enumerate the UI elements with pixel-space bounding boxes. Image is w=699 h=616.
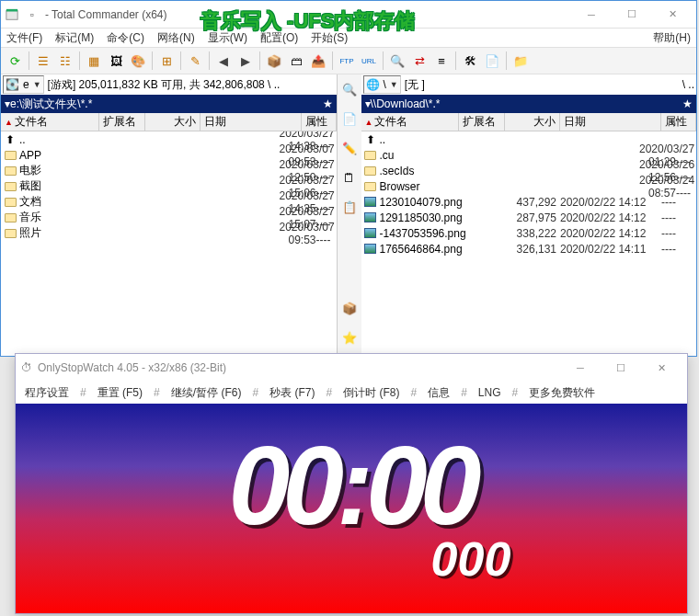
bookmark-icon[interactable]: ★ xyxy=(323,97,333,110)
file-date: 2020/02/22 14:12 xyxy=(560,211,661,224)
tb-extract-icon[interactable]: 📤 xyxy=(308,51,328,71)
close-button[interactable]: ✕ xyxy=(652,2,693,28)
tb-ftp-icon[interactable]: FTP xyxy=(337,51,357,71)
menu-file[interactable]: 文件(F) xyxy=(6,30,42,46)
tb-tool-icon[interactable]: 🛠 xyxy=(460,51,480,71)
file-size: 437,292 xyxy=(505,196,560,209)
mid-pack-icon[interactable]: 📦 xyxy=(340,299,359,317)
menu-net[interactable]: 网络(N) xyxy=(157,30,195,46)
sw-time-ms: 000 xyxy=(431,531,511,587)
tb-full-icon[interactable]: ☷ xyxy=(55,51,75,71)
mid-rename-icon[interactable]: ✏️ xyxy=(340,139,359,157)
left-drive-combo[interactable]: 💽 e ▼ xyxy=(3,75,44,94)
file-name: Browser xyxy=(380,180,640,193)
mid-page-icon[interactable]: 📋 xyxy=(340,198,359,216)
file-attr: ---- xyxy=(316,234,331,246)
svg-rect-1 xyxy=(6,8,17,11)
tb-thumb-icon[interactable]: ▦ xyxy=(84,51,104,71)
col-size[interactable]: 大小 xyxy=(145,113,201,131)
tb-pack-icon[interactable]: 📦 xyxy=(264,51,284,71)
sw-minimize-button[interactable]: ─ xyxy=(560,355,601,381)
tb-sync-icon[interactable]: ⇄ xyxy=(409,51,430,71)
table-row[interactable]: Browser2020/03/24 08:57---- xyxy=(361,178,697,194)
tb-refresh-icon[interactable]: ⟳ xyxy=(5,51,25,71)
tb-back-icon[interactable]: ◀ xyxy=(213,51,234,71)
tb-edit-icon[interactable]: ✎ xyxy=(185,51,205,71)
tb-sep xyxy=(180,51,181,70)
sw-menu-more[interactable]: 更多免费软件 xyxy=(529,385,595,401)
sw-maximize-button[interactable]: ☐ xyxy=(601,355,641,381)
chevron-down-icon: ▼ xyxy=(33,80,41,89)
left-pathbar[interactable]: ▾ e:\测试文件夹\*.* ★ xyxy=(1,95,337,113)
tb-unpack-icon[interactable]: 🗃 xyxy=(286,51,306,71)
sw-menu-info[interactable]: 信息 xyxy=(428,385,450,401)
tb-sep xyxy=(455,51,456,70)
col-date[interactable]: 日期 xyxy=(201,113,302,131)
tb-pick-icon[interactable]: 🎨 xyxy=(128,51,148,71)
tb-sep xyxy=(332,51,333,70)
network-icon: 🌐 xyxy=(366,78,380,91)
tb-fwd-icon[interactable]: ▶ xyxy=(235,51,256,71)
table-row[interactable]: 1765646864.png326,1312020/02/22 14:11---… xyxy=(361,241,697,257)
left-filelist[interactable]: ⬆..2020/03/27 14:38----APP2020/03/07 09:… xyxy=(1,131,337,356)
file-size: 2020/03/07 09:53---- xyxy=(280,221,335,246)
tb-find-icon[interactable]: 🔍 xyxy=(387,51,407,71)
mid-sheet-icon[interactable]: 🗒 xyxy=(340,168,359,187)
bookmark-icon[interactable]: ★ xyxy=(682,97,693,110)
tb-folder-icon[interactable]: 📁 xyxy=(510,51,531,71)
menu-commands[interactable]: 命令(C) xyxy=(107,30,144,46)
right-filelist[interactable]: ⬆...cu2020/03/27 01:29----.secIds2020/03… xyxy=(361,131,697,356)
right-drivebar: 🌐 \ ▼ [无 ] \ .. xyxy=(361,74,697,95)
tc-title-text: - Total Commander (x64) xyxy=(45,8,167,21)
image-icon xyxy=(363,226,378,241)
sw-menu-stopwatch[interactable]: 秒表 (F7) xyxy=(269,385,315,401)
svg-rect-0 xyxy=(6,10,17,19)
col-date[interactable]: 日期 xyxy=(560,113,661,131)
table-row[interactable]: -1437053596.png338,2222020/02/22 14:12--… xyxy=(361,225,697,241)
tc-app-icon xyxy=(5,7,19,22)
table-row[interactable]: 1230104079.png437,2922020/02/22 14:12---… xyxy=(361,194,697,210)
right-root-slash[interactable]: \ .. xyxy=(682,78,694,91)
col-ext[interactable]: 扩展名 xyxy=(459,113,505,131)
tc-menubar: 文件(F) 标记(M) 命令(C) 网络(N) 显示(W) 配置(O) 开始(S… xyxy=(1,29,696,47)
mid-search-icon[interactable]: 🔍 xyxy=(340,80,359,98)
file-name: 照片 xyxy=(19,225,280,241)
mid-doc-icon[interactable]: 📄 xyxy=(340,109,359,128)
menu-config[interactable]: 配置(O) xyxy=(260,30,298,46)
mid-new-icon[interactable]: ⭐ xyxy=(340,328,359,347)
right-drive-combo[interactable]: 🌐 \ ▼ xyxy=(363,75,401,94)
sw-titlebar[interactable]: ⏱ OnlyStopWatch 4.05 - x32/x86 (32-Bit) … xyxy=(16,354,687,382)
tc-titlebar[interactable]: ▫ - Total Commander (x64) ─ ☐ ✕ xyxy=(1,1,696,29)
tb-url-icon[interactable]: URL xyxy=(359,51,379,71)
sw-menu-countdown[interactable]: 倒计时 (F8) xyxy=(343,385,399,401)
menu-mark[interactable]: 标记(M) xyxy=(55,30,94,46)
col-name[interactable]: ▲文件名 xyxy=(361,113,460,131)
menu-show[interactable]: 显示(W) xyxy=(208,30,247,46)
file-name: 1291185030.png xyxy=(380,211,506,224)
tb-doc-icon[interactable]: 📄 xyxy=(482,51,502,71)
col-ext[interactable]: 扩展名 xyxy=(99,113,145,131)
menu-start[interactable]: 开始(S) xyxy=(311,30,348,46)
table-row[interactable]: 1291185030.png287,9752020/02/22 14:12---… xyxy=(361,210,697,225)
file-name: -1437053596.png xyxy=(380,227,506,240)
sw-close-button[interactable]: ✕ xyxy=(641,355,682,381)
tb-image-icon[interactable]: 🖼 xyxy=(106,51,126,71)
table-row[interactable]: 照片2020/03/07 09:53---- xyxy=(1,225,337,241)
tb-diff-icon[interactable]: ≡ xyxy=(431,51,452,71)
maximize-button[interactable]: ☐ xyxy=(612,2,652,28)
tb-brief-icon[interactable]: ☰ xyxy=(33,51,53,71)
tb-sep xyxy=(79,51,80,70)
sw-menu-reset[interactable]: 重置 (F5) xyxy=(97,385,143,401)
menu-help[interactable]: 帮助(H) xyxy=(653,30,691,46)
sw-menu-settings[interactable]: 程序设置 xyxy=(25,385,69,401)
tb-tree-icon[interactable]: ⊞ xyxy=(156,51,177,71)
minimize-button[interactable]: ─ xyxy=(571,2,612,28)
col-attr[interactable]: 属性 xyxy=(302,113,337,131)
col-size[interactable]: 大小 xyxy=(505,113,560,131)
sw-menu-lng[interactable]: LNG xyxy=(478,386,501,399)
col-attr[interactable]: 属性 xyxy=(661,113,696,131)
sw-menu-pause[interactable]: 继续/暂停 (F6) xyxy=(171,385,242,401)
drive-icon: 💽 xyxy=(6,78,19,91)
right-pathbar[interactable]: ▾ \\Download\*.* ★ xyxy=(361,95,697,113)
col-name[interactable]: ▲文件名 xyxy=(1,113,99,131)
